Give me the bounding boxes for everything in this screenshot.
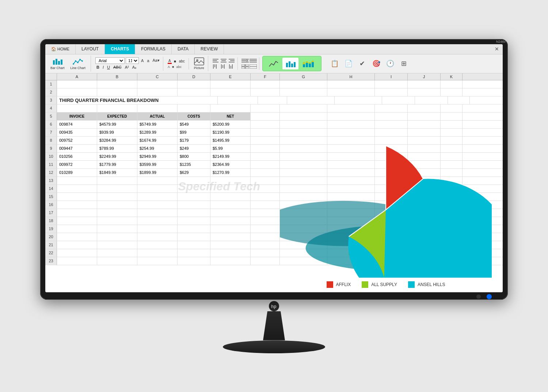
svg-rect-3 — [61, 60, 62, 65]
right-toolbar: 📋 📄 ✔ 🎯 🕐 ⊞ — [326, 56, 413, 71]
table-row: 5 INVOICE EXPECTED ACTUAL COSTS NET — [45, 113, 503, 121]
underline-button[interactable]: U — [106, 65, 111, 70]
legend-label-allsupply: ALL SUPPLY — [371, 282, 397, 287]
grid-icon[interactable]: ⊞ — [398, 58, 410, 69]
legend-anselhills: ANSEL HILLS — [408, 281, 445, 288]
line-chart-button[interactable]: Line Chart — [68, 56, 89, 71]
table-row: 1 — [45, 80, 503, 88]
bullet-label: ■ — [172, 65, 174, 69]
menu-data[interactable]: DATA — [172, 44, 195, 54]
align-bottom-btn[interactable] — [228, 64, 235, 69]
chart-type-group — [262, 56, 321, 71]
legend-allsupply: ALL SUPPLY — [362, 281, 397, 288]
wrap-btn2[interactable] — [250, 58, 257, 63]
chart-buttons-group: Bar Chart Line Chart — [47, 56, 91, 72]
grid-btn2[interactable] — [250, 64, 257, 69]
svg-rect-38 — [246, 67, 249, 69]
table-row: 8 009752 $3284.99 $1674.99 $179 $1495.99 — [45, 137, 503, 145]
svg-rect-46 — [303, 62, 305, 64]
text-a-small[interactable]: a — [146, 58, 150, 63]
col-header-k: K — [441, 73, 463, 80]
font-name-select[interactable]: Arial — [95, 57, 125, 64]
line-chart-label: Line Chart — [71, 66, 86, 70]
close-button[interactable]: ✕ — [491, 44, 503, 54]
svg-rect-41 — [286, 63, 288, 67]
legend-afflix: AFFLIX — [327, 281, 351, 288]
col-header-g: G — [280, 73, 327, 80]
clipboard-icon[interactable]: 📋 — [329, 58, 340, 69]
col-headers: A B C D E F G H I J K — [45, 73, 503, 80]
highlight-box[interactable]: ■ — [173, 59, 177, 63]
menu-formulas[interactable]: FORMULAS — [135, 44, 172, 54]
svg-point-8 — [81, 60, 83, 62]
bar-chart-button[interactable]: Bar Chart — [47, 56, 68, 71]
col-header-j: J — [408, 73, 441, 80]
subscript-button[interactable]: A₂ — [131, 65, 137, 70]
align-middle-btn[interactable] — [220, 64, 227, 69]
svg-point-6 — [77, 62, 79, 63]
chart-area: AFFLIX ALL SUPPLY ANSEL HILLS — [280, 146, 492, 292]
col-header-c: C — [137, 73, 178, 80]
table-row: 6 009874 $4579.99 $5749.99 $549 $5200.99 — [45, 121, 503, 129]
table-row: 3 THIRD QUARTER FINANCIAL BREAKDOWN — [45, 96, 503, 104]
lowercase-abc[interactable]: abc — [178, 59, 186, 63]
line-chart-type-btn[interactable] — [266, 58, 282, 69]
superscript-button[interactable]: A² — [124, 65, 130, 70]
text-aa[interactable]: Aa▾ — [152, 58, 161, 63]
stacked-bar-type-btn[interactable] — [299, 58, 318, 69]
monitor-container: N246v 🏠 HOME LAYOUT CHARTS FORMULAS DATA… — [40, 39, 508, 353]
align-right-btn[interactable] — [228, 58, 235, 63]
text-a-large[interactable]: A — [140, 58, 145, 63]
col-header-f: F — [251, 73, 280, 80]
legend-color-allsupply — [362, 281, 368, 288]
abc-label: abc — [176, 65, 182, 69]
col-header-a: A — [57, 73, 97, 80]
font-color-a[interactable]: A — [168, 59, 172, 64]
italic-button[interactable]: I — [102, 65, 105, 70]
align-group — [210, 57, 238, 70]
wrap-btn1[interactable] — [241, 58, 249, 63]
svg-rect-45 — [303, 64, 305, 67]
svg-rect-37 — [241, 67, 245, 69]
legend-color-anselhills — [408, 281, 415, 288]
col-header-i: I — [375, 73, 408, 80]
svg-rect-1 — [56, 59, 57, 65]
target-icon[interactable]: 🎯 — [370, 58, 382, 69]
menu-home[interactable]: 🏠 HOME — [45, 44, 76, 54]
svg-rect-52 — [312, 61, 314, 62]
svg-point-4 — [73, 63, 74, 65]
grid-btn1[interactable] — [241, 64, 249, 69]
superscript-label: A — [168, 65, 170, 69]
table-row: 7 009435 $939.99 $1289.99 $99 $1190.99 — [45, 129, 503, 137]
menu-review[interactable]: REVIEW — [195, 44, 224, 54]
align-top-btn[interactable] — [212, 64, 219, 69]
row-num-header — [45, 73, 57, 80]
blue-control-button[interactable] — [487, 294, 492, 299]
align-center-btn[interactable] — [220, 58, 227, 63]
strikethrough-button[interactable]: ABC — [112, 65, 123, 70]
picture-icon — [194, 57, 204, 65]
svg-rect-0 — [53, 60, 55, 65]
font-size-select[interactable]: 11 — [126, 57, 139, 64]
picture-button[interactable]: Picture — [190, 56, 208, 71]
paste-icon[interactable]: 📄 — [343, 58, 354, 69]
check-icon[interactable]: ✔ — [357, 58, 368, 69]
wrap-group — [239, 57, 259, 70]
align-left-btn[interactable] — [212, 58, 219, 63]
bold-button[interactable]: B — [95, 65, 100, 70]
power-button[interactable] — [476, 294, 481, 299]
menu-charts[interactable]: CHARTS — [105, 44, 135, 54]
svg-point-7 — [79, 59, 81, 60]
legend-label-anselhills: ANSEL HILLS — [418, 282, 445, 287]
svg-rect-50 — [309, 62, 311, 64]
clock-icon[interactable]: 🕐 — [384, 58, 396, 69]
menu-layout[interactable]: LAYOUT — [76, 44, 105, 54]
ss-content: 1 2 — [45, 80, 503, 292]
monitor-screen: 🏠 HOME LAYOUT CHARTS FORMULAS DATA REVIE… — [45, 44, 503, 292]
svg-rect-44 — [294, 62, 296, 67]
chart-legend: AFFLIX ALL SUPPLY ANSEL HILLS — [280, 281, 492, 288]
svg-rect-36 — [246, 64, 249, 66]
col-header-d: D — [178, 73, 210, 80]
monitor-bottom-bar — [45, 292, 503, 300]
bar-chart-type-btn[interactable] — [282, 58, 298, 69]
